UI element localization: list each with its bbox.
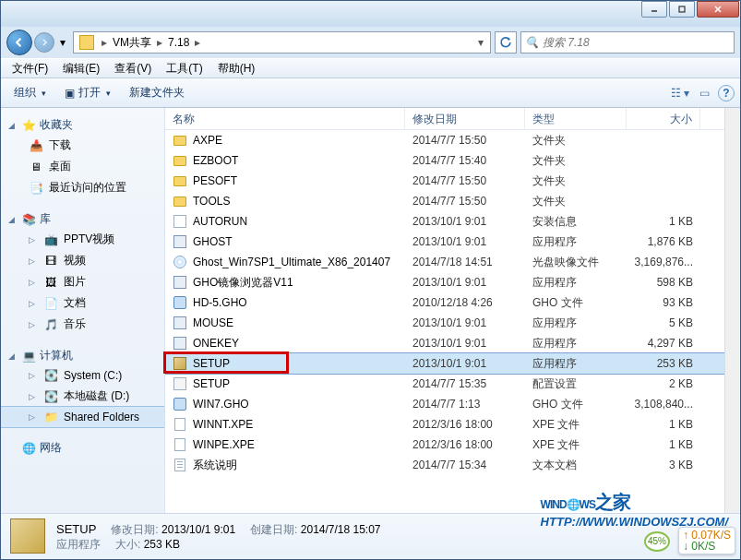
back-button[interactable] [6,30,32,55]
close-button[interactable] [697,1,739,18]
breadcrumb-seg[interactable]: VM共享 [111,35,153,51]
nav-computer[interactable]: ◢💻计算机 [1,346,164,365]
file-row[interactable]: GHOST2013/10/1 9:01应用程序1,876 KB [165,232,724,252]
file-row[interactable]: AUTORUN2013/10/1 9:01安装信息1 KB [165,211,724,232]
open-icon: ▣ [65,87,75,100]
drive-icon: 💽 [43,368,58,383]
header-date[interactable]: 修改日期 [405,108,525,129]
nav-videos[interactable]: ▷🎞视频 [1,250,164,271]
documents-icon: 📄 [43,296,58,311]
menu-help[interactable]: 帮助(H) [210,59,263,78]
file-type: 应用程序 [525,273,627,292]
menu-tools[interactable]: 工具(T) [159,59,209,78]
nav-shared-folders[interactable]: ▷📁Shared Folders [1,407,164,427]
file-row[interactable]: WINNT.XPE2012/3/16 18:00XPE 文件1 KB [165,414,724,435]
nav-drive-c[interactable]: ▷💽System (C:) [1,365,164,386]
file-row[interactable]: GHO镜像浏览器V112013/10/1 9:01应用程序598 KB [165,272,724,292]
file-size: 1 KB [627,436,700,453]
file-icon [173,275,187,290]
file-row[interactable]: EZBOOT2014/7/7 15:40文件夹 [165,150,724,171]
scrollbar[interactable] [724,108,740,513]
header-name[interactable]: 名称 [165,108,405,129]
file-row[interactable]: 系统说明2014/7/7 15:34文本文档3 KB [165,455,724,475]
view-mode-button[interactable]: ☷ ▾ [670,83,690,103]
file-rows: AXPE2014/7/7 15:50文件夹EZBOOT2014/7/7 15:4… [165,130,724,513]
file-date: 2013/10/1 9:01 [405,233,525,250]
preview-pane-button[interactable]: ▭ [694,83,714,103]
file-size [627,138,700,142]
file-date: 2014/7/18 14:51 [405,254,525,270]
file-type: 文本文档 [525,456,627,475]
file-row[interactable]: WIN7.GHO2014/7/7 1:13GHO 文件3,108,840... [165,394,724,414]
file-icon [173,356,187,371]
file-type: 应用程序 [525,334,627,353]
file-icon [173,153,187,168]
file-row[interactable]: SETUP2013/10/1 9:01应用程序253 KB [165,353,724,374]
file-row[interactable]: ONEKEY2013/10/1 9:01应用程序4,297 KB [165,333,724,353]
nav-music[interactable]: ▷🎵音乐 [1,314,164,335]
file-icon [173,255,187,269]
file-icon [173,133,187,148]
file-size: 1 KB [627,213,700,230]
file-row[interactable]: Ghost_Win7SP1_Ultimate_X86_2014072014/7/… [165,252,724,272]
nav-drive-d[interactable]: ▷💽本地磁盘 (D:) [1,386,164,407]
file-name: WINNT.XPE [193,418,253,431]
address-bar[interactable]: ▸ VM共享 ▸ 7.18 ▸ ▾ [73,31,491,54]
file-date: 2013/10/1 9:01 [405,315,525,331]
file-date: 2013/10/1 9:01 [405,355,525,372]
nav-pptv[interactable]: ▷📺PPTV视频 [1,229,164,250]
nav-network[interactable]: ◢🌐网络 [1,438,164,458]
forward-button[interactable] [34,32,54,53]
file-row[interactable]: HD-5.GHO2010/12/18 4:26GHO 文件93 KB [165,292,724,313]
refresh-button[interactable] [495,31,517,54]
file-size: 3 KB [627,457,700,473]
help-button[interactable]: ? [718,85,735,101]
download-speed: ↓ 0K/S [683,541,731,552]
search-input[interactable]: 🔍 搜索 7.18 [520,31,735,54]
file-size: 5 KB [627,315,700,331]
header-size[interactable]: 大小 [627,108,700,129]
folder-icon [79,35,94,50]
breadcrumb-sep: ▸ [153,36,166,49]
cpu-percent: 45% [644,531,670,552]
breadcrumb-seg[interactable]: 7.18 [166,36,191,49]
file-row[interactable]: TOOLS2014/7/7 15:50文件夹 [165,191,724,211]
menu-file[interactable]: 文件(F) [5,59,55,78]
network-speed-widget[interactable]: 45% ↑ 0.07K/S ↓ 0K/S [678,527,735,554]
drive-icon: 💽 [43,389,58,404]
file-icon [173,295,187,310]
file-icon [173,316,187,330]
file-type: 文件夹 [525,192,627,211]
header-type[interactable]: 类型 [525,108,627,129]
search-icon: 🔍 [525,36,539,49]
file-row[interactable]: SETUP2014/7/7 15:35配置设置2 KB [165,374,724,394]
nav-downloads[interactable]: 📥下载 [1,135,164,156]
nav-favorites[interactable]: ◢⭐收藏夹 [1,115,164,135]
maximize-button[interactable] [669,1,695,18]
file-row[interactable]: PESOFT2014/7/7 15:50文件夹 [165,171,724,191]
nav-desktop[interactable]: 🖥桌面 [1,156,164,177]
file-row[interactable]: WINPE.XPE2012/3/16 18:00XPE 文件1 KB [165,435,724,455]
menu-view[interactable]: 查看(V) [107,59,159,78]
file-size [627,159,700,162]
new-folder-button[interactable]: 新建文件夹 [122,81,192,104]
file-row[interactable]: AXPE2014/7/7 15:50文件夹 [165,130,724,150]
nav-recent[interactable]: 📑最近访问的位置 [1,177,164,198]
menu-edit[interactable]: 编辑(E) [55,59,107,78]
open-button[interactable]: ▣打开 [57,81,118,104]
address-dropdown[interactable]: ▾ [473,36,488,49]
file-name: EZBOOT [193,154,238,167]
nav-pictures[interactable]: ▷🖼图片 [1,271,164,292]
nav-documents[interactable]: ▷📄文档 [1,292,164,314]
toolbar: 组织 ▣打开 新建文件夹 ☷ ▾ ▭ ? [1,78,740,108]
file-name: MOUSE [193,316,233,329]
navigation-pane: ◢⭐收藏夹 📥下载 🖥桌面 📑最近访问的位置 ◢📚库 ▷📺PPTV视频 ▷🎞视频… [1,108,165,513]
file-name: TOOLS [193,195,230,208]
file-date: 2014/7/7 15:40 [405,152,525,169]
library-icon: 📚 [21,212,36,227]
file-row[interactable]: MOUSE2013/10/1 9:01应用程序5 KB [165,313,724,333]
organize-button[interactable]: 组织 [6,81,54,104]
minimize-button[interactable] [641,1,667,18]
nav-libraries[interactable]: ◢📚库 [1,209,164,229]
history-dropdown[interactable]: ▾ [56,30,69,54]
